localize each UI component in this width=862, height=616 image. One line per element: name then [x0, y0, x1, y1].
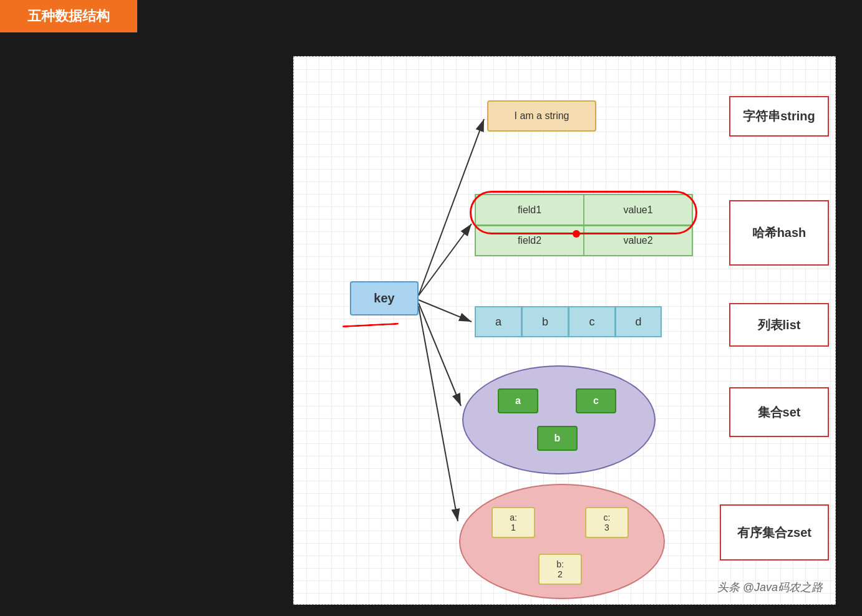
hash-field2: field2	[476, 226, 584, 255]
zset-item-a: a: 1	[492, 507, 535, 538]
hash-value1: value1	[584, 195, 692, 224]
svg-line-5	[419, 306, 458, 521]
hash-row-1: field1 value1	[475, 194, 693, 225]
set-type-label: 集合set	[729, 387, 829, 437]
zset-type-label: 有序集合zset	[720, 504, 829, 561]
title-bar: 五种数据结构	[0, 0, 137, 32]
hash-table: field1 value1 field2 value2	[475, 194, 693, 256]
diagram-area: key I am a string 字符串string field1 value…	[293, 56, 836, 605]
list-cell-c: c	[568, 306, 615, 337]
list-cell-b: b	[521, 306, 568, 337]
list-container: a b c d	[475, 306, 662, 337]
set-item-b: b	[537, 426, 578, 451]
string-type-label: 字符串string	[729, 96, 829, 137]
hash-type-label: 哈希hash	[729, 200, 829, 266]
key-underline	[342, 322, 399, 328]
hash-row-2: field2 value2	[475, 225, 693, 256]
zset-item-c: c: 3	[585, 507, 629, 538]
watermark: 头条 @Java码农之路	[717, 580, 823, 595]
svg-line-2	[419, 224, 472, 296]
zset-item-b: b: 2	[538, 554, 582, 585]
string-box: I am a string	[487, 100, 596, 132]
set-item-c: c	[576, 388, 616, 413]
list-cell-d: d	[615, 306, 662, 337]
list-type-label: 列表list	[729, 303, 829, 347]
hash-field1: field1	[476, 195, 584, 224]
hash-value2: value2	[584, 226, 692, 255]
set-item-a: a	[498, 388, 538, 413]
svg-line-4	[419, 303, 461, 406]
key-box: key	[350, 281, 419, 315]
hash-dot	[573, 230, 580, 238]
set-ellipse: a c b	[462, 365, 656, 474]
zset-ellipse: a: 1 c: 3 b: 2	[459, 484, 665, 599]
svg-line-3	[419, 300, 472, 322]
title-text: 五种数据结构	[27, 7, 110, 26]
list-cell-a: a	[475, 306, 521, 337]
